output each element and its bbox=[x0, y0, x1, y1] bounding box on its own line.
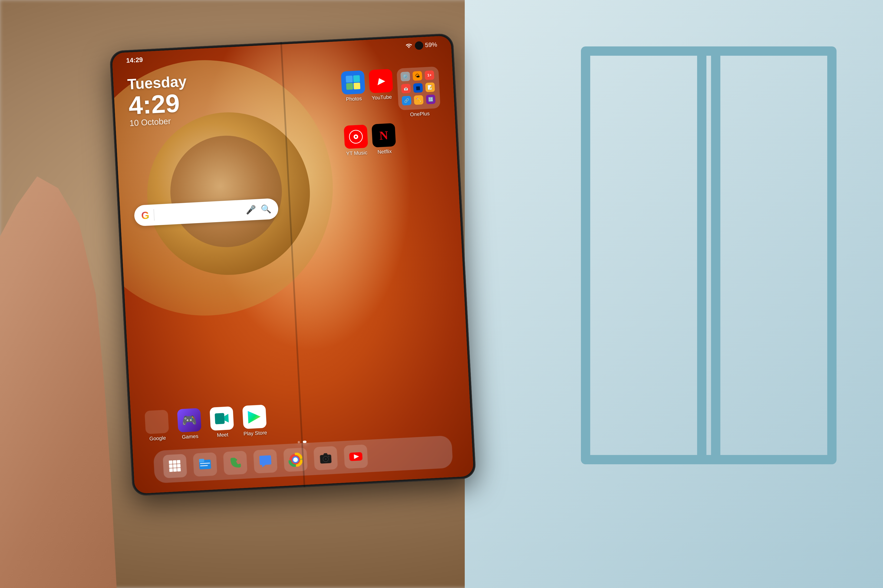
phone: 14:29 59% bbox=[110, 33, 476, 496]
folder-mini-calendar: 📅 bbox=[401, 84, 411, 93]
folder-mini-oneplus: 1+ bbox=[424, 70, 434, 80]
messages-icon bbox=[258, 454, 272, 469]
games-label: Games bbox=[182, 433, 199, 440]
folder-mini-settings: ⚙️ bbox=[400, 72, 410, 81]
dock-phone[interactable] bbox=[223, 451, 247, 475]
chair-decoration-2 bbox=[581, 46, 721, 464]
folder-icon-grid: ⚙️ 🌤 1+ 📅 ▦ 📝 bbox=[396, 66, 440, 110]
lens-icon[interactable]: 🔍 bbox=[260, 204, 271, 214]
app-row-1: Photos ▶ YouTube bbox=[341, 66, 441, 121]
page-dot-1 bbox=[298, 441, 300, 443]
folder-mini-trello: ▦ bbox=[413, 83, 423, 93]
battery-text: 59% bbox=[425, 41, 437, 49]
netflix-label: Netflix bbox=[378, 148, 392, 155]
app-folder-oneplus[interactable]: ⚙️ 🌤 1+ 📅 ▦ 📝 bbox=[396, 66, 441, 118]
folder-mini-calc: 🔢 bbox=[426, 94, 436, 104]
mic-icon[interactable]: 🎤 bbox=[245, 205, 256, 215]
phone-icon bbox=[229, 456, 242, 470]
netflix-icon-img: N bbox=[372, 123, 396, 147]
background-right bbox=[465, 0, 883, 588]
time-display: 4:29 bbox=[128, 90, 188, 118]
wifi-icon bbox=[406, 42, 412, 49]
svg-rect-13 bbox=[169, 464, 173, 468]
app-youtube[interactable]: ▶ YouTube bbox=[369, 69, 394, 101]
chrome-icon bbox=[288, 452, 303, 467]
youtube-icon-img: ▶ bbox=[369, 69, 393, 93]
svg-rect-15 bbox=[177, 464, 181, 468]
svg-rect-16 bbox=[169, 468, 173, 472]
photos-icon-grid bbox=[346, 75, 360, 90]
app-meet[interactable]: Meet bbox=[210, 406, 235, 438]
dock-app-drawer[interactable] bbox=[162, 454, 187, 478]
dock-messages[interactable] bbox=[253, 449, 277, 474]
youtube-label: YouTube bbox=[372, 94, 392, 101]
ytmusic-icon-img bbox=[344, 124, 368, 149]
svg-rect-7 bbox=[215, 413, 225, 424]
folder-mini-weather: 🌤 bbox=[412, 71, 422, 81]
files-icon bbox=[198, 457, 212, 472]
photo-cell-4 bbox=[354, 82, 360, 89]
playstore-icon-img bbox=[242, 405, 266, 429]
app-games[interactable]: 🎮 Games bbox=[177, 408, 202, 440]
svg-rect-17 bbox=[173, 468, 177, 472]
app-drawer-icon bbox=[167, 459, 182, 473]
photo-cell-3 bbox=[346, 83, 353, 90]
app-google[interactable]: Google bbox=[144, 410, 169, 442]
app-row-2: YT Music N Netflix bbox=[344, 121, 443, 157]
google-grid-cell-3 bbox=[148, 427, 156, 427]
app-netflix[interactable]: N Netflix bbox=[372, 123, 396, 155]
search-divider bbox=[153, 209, 155, 221]
folder-mini-pen: ✏️ bbox=[414, 95, 424, 105]
google-grid-cell-2 bbox=[157, 417, 165, 417]
svg-rect-12 bbox=[177, 460, 181, 464]
svg-rect-11 bbox=[173, 460, 176, 464]
meet-icon-img bbox=[210, 406, 234, 430]
app-playstore[interactable]: Play Store bbox=[242, 405, 267, 437]
svg-rect-14 bbox=[173, 464, 177, 468]
folder-mini-shortcut: 🔗 bbox=[402, 96, 412, 105]
ytmusic-icon-svg bbox=[349, 129, 363, 144]
svg-rect-20 bbox=[199, 459, 204, 462]
svg-marker-8 bbox=[224, 414, 229, 423]
camera-icon bbox=[319, 451, 333, 465]
search-spacer bbox=[159, 210, 241, 215]
svg-marker-27 bbox=[323, 453, 328, 455]
photo-cell-2 bbox=[353, 75, 360, 82]
google-logo: G bbox=[141, 209, 150, 222]
photos-label: Photos bbox=[346, 95, 362, 102]
top-apps-container: Photos ▶ YouTube bbox=[341, 66, 443, 157]
meet-icon-svg bbox=[213, 410, 230, 427]
playstore-label: Play Store bbox=[243, 430, 267, 437]
playstore-icon-svg bbox=[247, 409, 262, 424]
games-icon-img: 🎮 bbox=[177, 408, 202, 432]
dock-youtube[interactable] bbox=[344, 444, 368, 469]
google-grid-cell-4 bbox=[158, 426, 166, 427]
youtube-dock-icon bbox=[349, 449, 363, 464]
app-ytmusic[interactable]: YT Music bbox=[344, 124, 369, 157]
status-time: 14:29 bbox=[126, 56, 143, 64]
ytmusic-label: YT Music bbox=[346, 150, 368, 157]
folder-mini-notes: 📝 bbox=[425, 82, 435, 92]
app-photos[interactable]: Photos bbox=[341, 70, 366, 103]
google-grid-cell-1 bbox=[148, 417, 156, 418]
scene: 14:29 59% bbox=[0, 0, 883, 588]
svg-rect-10 bbox=[169, 460, 172, 464]
meet-label: Meet bbox=[217, 432, 229, 438]
svg-marker-9 bbox=[248, 410, 261, 423]
datetime-widget: Tuesday 4:29 10 October bbox=[127, 73, 189, 128]
google-label: Google bbox=[149, 435, 166, 442]
svg-rect-18 bbox=[177, 468, 181, 471]
folder-label: OnePlus bbox=[410, 111, 430, 117]
google-icon-img bbox=[144, 410, 169, 434]
phone-wrapper: 14:29 59% bbox=[110, 33, 476, 496]
dock-files[interactable] bbox=[193, 452, 217, 477]
photo-cell-1 bbox=[346, 75, 353, 82]
dock-camera[interactable] bbox=[313, 446, 338, 470]
games-icon-emoji: 🎮 bbox=[181, 413, 197, 428]
photos-icon-img bbox=[341, 70, 365, 95]
